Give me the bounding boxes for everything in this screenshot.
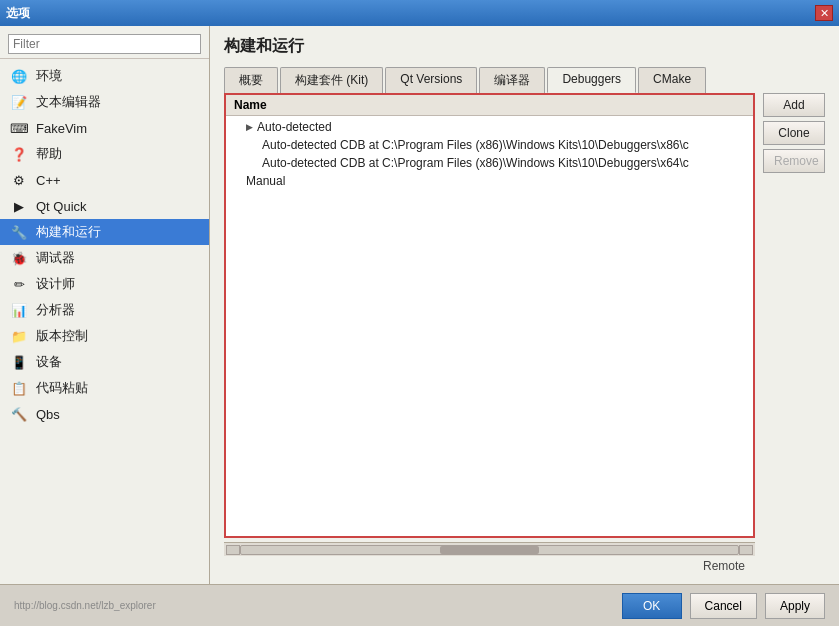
tab-kit[interactable]: 构建套件 (Kit) <box>280 67 383 93</box>
sidebar-item-label-cpp: C++ <box>36 173 61 188</box>
build-icon: 🔧 <box>10 223 28 241</box>
title-bar-title: 选项 <box>6 5 30 22</box>
sidebar-item-label-qtquick: Qt Quick <box>36 199 87 214</box>
content-area: 构建和运行 概要构建套件 (Kit)Qt Versions编译器Debugger… <box>210 26 839 584</box>
sidebar-item-fakevim[interactable]: ⌨FakeVim <box>0 115 209 141</box>
horizontal-scrollbar[interactable] <box>240 545 739 555</box>
content-row: Name ▶Auto-detectedAuto-detected CDB at … <box>224 93 825 556</box>
watermark: http://blog.csdn.net/lzb_explorer <box>14 600 156 611</box>
help-icon: ❓ <box>10 145 28 163</box>
table-header: Name <box>226 95 753 116</box>
sidebar-item-wenbenbianjiqI[interactable]: 📝文本编辑器 <box>0 89 209 115</box>
tab-qtversions[interactable]: Qt Versions <box>385 67 477 93</box>
sidebar-item-qbs[interactable]: 🔨Qbs <box>0 401 209 427</box>
close-button[interactable]: ✕ <box>815 5 833 21</box>
filter-area <box>0 30 209 59</box>
table-row[interactable]: Auto-detected CDB at C:\Program Files (x… <box>226 136 753 154</box>
row-label: Manual <box>246 174 285 188</box>
debug-icon: 🐞 <box>10 249 28 267</box>
designer-icon: ✏ <box>10 275 28 293</box>
sidebar-item-label-huanjing: 环境 <box>36 67 62 85</box>
row-label: Auto-detected CDB at C:\Program Files (x… <box>262 138 689 152</box>
globe-icon: 🌐 <box>10 67 28 85</box>
remove-button[interactable]: Remove <box>763 149 825 173</box>
paste-icon: 📋 <box>10 379 28 397</box>
tree-arrow-icon: ▶ <box>246 122 253 132</box>
table-row[interactable]: Manual <box>226 172 753 190</box>
cpp-icon: ⚙ <box>10 171 28 189</box>
vcs-icon: 📁 <box>10 327 28 345</box>
sidebar-item-label-banbenkongzhi: 版本控制 <box>36 327 88 345</box>
table-row[interactable]: ▶Auto-detected <box>226 118 753 136</box>
remote-label: Remote <box>703 559 745 573</box>
sidebar-item-label-fenxiqi: 分析器 <box>36 301 75 319</box>
sidebar-item-label-wenbenbianjiqI: 文本编辑器 <box>36 93 101 111</box>
sidebar-item-label-fakevim: FakeVim <box>36 121 87 136</box>
bottom-bar: http://blog.csdn.net/lzb_explorer OK Can… <box>0 584 839 626</box>
table-body: ▶Auto-detectedAuto-detected CDB at C:\Pr… <box>226 116 753 536</box>
sidebar-item-daimanianzhan[interactable]: 📋代码粘贴 <box>0 375 209 401</box>
qtquick-icon: ▶ <box>10 197 28 215</box>
sidebar-item-label-qbs: Qbs <box>36 407 60 422</box>
sidebar-item-label-shebei: 设备 <box>36 353 62 371</box>
sidebar-item-bangzhu[interactable]: ❓帮助 <box>0 141 209 167</box>
table-row[interactable]: Auto-detected CDB at C:\Program Files (x… <box>226 154 753 172</box>
sidebar-item-label-bangzhu: 帮助 <box>36 145 62 163</box>
sidebar-item-tiaoshiqi[interactable]: 🐞调试器 <box>0 245 209 271</box>
tab-cmake[interactable]: CMake <box>638 67 706 93</box>
sidebar: 🌐环境📝文本编辑器⌨FakeVim❓帮助⚙C++▶Qt Quick🔧构建和运行🐞… <box>0 26 210 584</box>
analyzer-icon: 📊 <box>10 301 28 319</box>
dialog-body: 🌐环境📝文本编辑器⌨FakeVim❓帮助⚙C++▶Qt Quick🔧构建和运行🐞… <box>0 26 839 584</box>
content-title: 构建和运行 <box>224 36 825 57</box>
sidebar-item-shebei[interactable]: 📱设备 <box>0 349 209 375</box>
tab-bianyiqi[interactable]: 编译器 <box>479 67 545 93</box>
tab-debuggers[interactable]: Debuggers <box>547 67 636 93</box>
qbs-icon: 🔨 <box>10 405 28 423</box>
sidebar-item-cpp[interactable]: ⚙C++ <box>0 167 209 193</box>
ok-button[interactable]: OK <box>622 593 682 619</box>
sidebar-item-goujianhe[interactable]: 🔧构建和运行 <box>0 219 209 245</box>
sidebar-item-huanjing[interactable]: 🌐环境 <box>0 63 209 89</box>
sidebar-item-label-goujianhe: 构建和运行 <box>36 223 101 241</box>
cancel-button[interactable]: Cancel <box>690 593 757 619</box>
clone-button[interactable]: Clone <box>763 121 825 145</box>
row-label: Auto-detected CDB at C:\Program Files (x… <box>262 156 689 170</box>
tab-gaikuang[interactable]: 概要 <box>224 67 278 93</box>
device-icon: 📱 <box>10 353 28 371</box>
sidebar-item-qtquick[interactable]: ▶Qt Quick <box>0 193 209 219</box>
sidebar-item-banbenkongzhi[interactable]: 📁版本控制 <box>0 323 209 349</box>
title-bar: 选项 ✕ <box>0 0 839 26</box>
sidebar-item-label-daimanianzhan: 代码粘贴 <box>36 379 88 397</box>
right-buttons: Add Clone Remove <box>755 93 825 556</box>
fakevim-icon: ⌨ <box>10 119 28 137</box>
scrollbar-area <box>224 542 755 556</box>
sidebar-item-fenxiqi[interactable]: 📊分析器 <box>0 297 209 323</box>
row-label: Auto-detected <box>257 120 332 134</box>
filter-input[interactable] <box>8 34 201 54</box>
apply-button[interactable]: Apply <box>765 593 825 619</box>
text-editor-icon: 📝 <box>10 93 28 111</box>
sidebar-item-label-tiaoshiqi: 调试器 <box>36 249 75 267</box>
sidebar-items: 🌐环境📝文本编辑器⌨FakeVim❓帮助⚙C++▶Qt Quick🔧构建和运行🐞… <box>0 63 209 427</box>
table-container: Name ▶Auto-detectedAuto-detected CDB at … <box>224 93 755 538</box>
sidebar-item-label-shejishi: 设计师 <box>36 275 75 293</box>
sidebar-item-shejishi[interactable]: ✏设计师 <box>0 271 209 297</box>
add-button[interactable]: Add <box>763 93 825 117</box>
tabs: 概要构建套件 (Kit)Qt Versions编译器DebuggersCMake <box>224 67 825 93</box>
